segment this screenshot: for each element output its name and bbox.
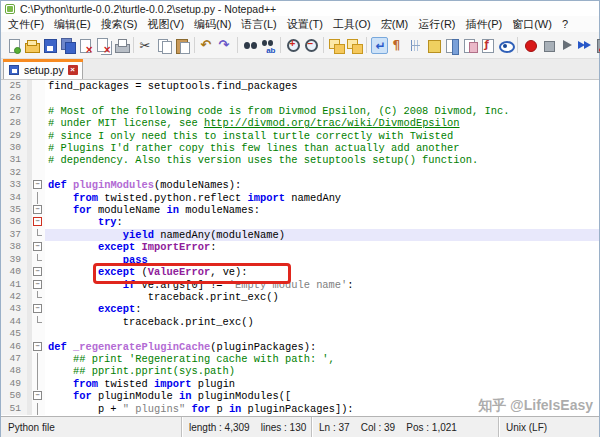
code-line[interactable]: 48 ## pprint.pprint(sys.path) [1, 365, 599, 377]
fold-margin[interactable]: − [32, 179, 45, 191]
code-text[interactable] [45, 92, 599, 104]
code-line[interactable]: 39 pass [1, 254, 599, 266]
code-text[interactable]: pass [45, 254, 599, 266]
menu-file[interactable]: 文件(F) [3, 16, 49, 33]
fold-margin[interactable]: − [32, 341, 45, 353]
editor[interactable]: 25find_packages = setuptools.find_packag… [1, 80, 599, 416]
code-line[interactable]: 40− except (ValueError, ve): [1, 266, 599, 278]
code-text[interactable]: ## print 'Regenerating cache with path: … [45, 353, 599, 365]
menu-run[interactable]: 运行(R) [413, 16, 460, 33]
line-number[interactable]: 26 [1, 92, 27, 104]
user-defined-language-icon[interactable] [425, 37, 442, 54]
word-wrap-icon[interactable] [371, 37, 388, 54]
stop-macro-icon[interactable] [540, 37, 557, 54]
menu-tools[interactable]: 工具(O) [328, 16, 376, 33]
code-text[interactable] [45, 328, 599, 340]
sync-vertical-scroll-icon[interactable] [328, 37, 345, 54]
line-number[interactable]: 31 [1, 154, 27, 166]
fold-margin[interactable]: − [32, 216, 45, 228]
code-line[interactable]: 37 yield namedAny(moduleName) [1, 229, 599, 241]
menu-plugins[interactable]: 插件(P) [461, 16, 508, 33]
function-list-icon[interactable] [479, 37, 496, 54]
code-text[interactable]: for moduleName in moduleNames: [45, 204, 599, 216]
code-text[interactable]: yield namedAny(moduleName) [45, 229, 599, 241]
menu-encoding[interactable]: 编码(N) [189, 16, 236, 33]
code-line[interactable]: 32 [1, 167, 599, 179]
code-text[interactable]: except: [45, 303, 599, 315]
code-line[interactable]: 33−def pluginModules(moduleNames): [1, 179, 599, 191]
line-number[interactable]: 36 [1, 216, 27, 228]
sync-horizontal-scroll-icon[interactable] [346, 37, 363, 54]
code-text[interactable]: # Plugins I'd rather copy this few lines… [45, 142, 599, 154]
line-number[interactable]: 42 [1, 291, 27, 303]
find-icon[interactable] [242, 37, 259, 54]
line-number[interactable]: 46 [1, 341, 27, 353]
code-text[interactable]: def pluginModules(moduleNames): [45, 179, 599, 191]
code-line[interactable]: 49 from twisted import plugin [1, 378, 599, 390]
menu-help[interactable]: ? [557, 17, 573, 31]
code-text[interactable]: # since I only need this to install turt… [45, 130, 599, 142]
code-line[interactable]: 47 ## print 'Regenerating cache with pat… [1, 353, 599, 365]
zoom-in-icon[interactable] [285, 37, 302, 54]
code-line[interactable]: 29# since I only need this to install tu… [1, 130, 599, 142]
line-number[interactable]: 39 [1, 254, 27, 266]
redo-icon[interactable] [217, 37, 234, 54]
code-text[interactable]: from twisted import plugin [45, 378, 599, 390]
line-number[interactable]: 41 [1, 279, 27, 291]
fold-collapse-icon[interactable]: − [33, 217, 42, 226]
code-line[interactable]: 36− try: [1, 216, 599, 228]
line-number[interactable]: 28 [1, 117, 27, 129]
line-number[interactable]: 49 [1, 378, 27, 390]
code-text[interactable]: find_packages = setuptools.find_packages [45, 80, 599, 92]
fold-margin[interactable]: − [32, 266, 45, 278]
line-number[interactable]: 32 [1, 167, 27, 179]
line-number[interactable]: 34 [1, 192, 27, 204]
code-text[interactable]: # under MIT license, see http://divmod.o… [45, 117, 599, 129]
fold-collapse-icon[interactable]: − [33, 267, 42, 276]
code-text[interactable]: traceback.print_exc() [45, 316, 599, 328]
record-macro-icon[interactable] [522, 37, 539, 54]
close-file-icon[interactable] [77, 37, 94, 54]
code-text[interactable]: traceback.print_exc() [45, 291, 599, 303]
monitoring-icon[interactable] [497, 37, 514, 54]
line-number[interactable]: 29 [1, 130, 27, 142]
code-text[interactable]: try: [45, 216, 599, 228]
run-macro-multiple-icon[interactable] [576, 37, 593, 54]
line-number[interactable]: 51 [1, 403, 27, 415]
line-number[interactable]: 45 [1, 328, 27, 340]
line-number[interactable]: 48 [1, 365, 27, 377]
copy-icon[interactable] [156, 37, 173, 54]
show-all-characters-icon[interactable] [389, 37, 406, 54]
close-all-icon[interactable] [95, 37, 112, 54]
code-line[interactable]: 46−def _regeneratePluginCache(pluginPack… [1, 341, 599, 353]
document-map-icon[interactable] [443, 37, 460, 54]
code-line[interactable]: 28# under MIT license, see http://divmod… [1, 117, 599, 129]
zoom-out-icon[interactable] [303, 37, 320, 54]
new-file-icon[interactable] [5, 37, 22, 54]
code-text[interactable] [45, 167, 599, 179]
line-number[interactable]: 44 [1, 316, 27, 328]
line-number[interactable]: 35 [1, 204, 27, 216]
document-switcher-icon[interactable] [461, 37, 478, 54]
print-icon[interactable] [113, 37, 130, 54]
save-macro-icon[interactable] [594, 37, 600, 54]
code-text[interactable]: def _regeneratePluginCache(pluginPackage… [45, 341, 599, 353]
fold-margin[interactable]: − [32, 204, 45, 216]
indent-guide-icon[interactable] [407, 37, 424, 54]
code-line[interactable]: 41− if ve.args[0] != 'Empty module name'… [1, 279, 599, 291]
fold-margin[interactable]: − [32, 241, 45, 253]
code-line[interactable]: 26 [1, 92, 599, 104]
fold-collapse-icon[interactable]: − [33, 242, 42, 251]
line-number[interactable]: 38 [1, 241, 27, 253]
menu-macro[interactable]: 宏(M) [376, 16, 414, 33]
code-line[interactable]: 43− except: [1, 303, 599, 315]
line-number[interactable]: 37 [1, 229, 27, 241]
open-file-icon[interactable] [23, 37, 40, 54]
fold-margin[interactable]: − [32, 279, 45, 291]
undo-icon[interactable] [199, 37, 216, 54]
code-line[interactable]: 30# Plugins I'd rather copy this few lin… [1, 142, 599, 154]
code-text[interactable]: # dependency. Also this version uses the… [45, 154, 599, 166]
code-line[interactable]: 44 traceback.print_exc() [1, 316, 599, 328]
menu-search[interactable]: 搜索(S) [96, 16, 143, 33]
code-line[interactable]: 25find_packages = setuptools.find_packag… [1, 80, 599, 92]
